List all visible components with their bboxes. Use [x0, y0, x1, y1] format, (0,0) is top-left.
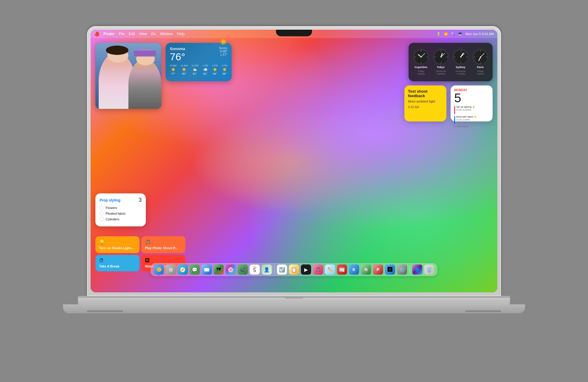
dock-finder[interactable]: 🙂: [154, 264, 164, 275]
dock-keynote[interactable]: K: [349, 264, 359, 275]
notes-title: Test shoot feedback: [408, 89, 443, 98]
dock-pages[interactable]: P: [373, 264, 383, 275]
weather-temp: 76°: [170, 52, 185, 62]
dock-settings[interactable]: ⚙️: [397, 264, 407, 275]
reminder-checkbox-0[interactable]: [100, 206, 104, 210]
search-icon[interactable]: 🔍: [451, 32, 455, 36]
shortcut-play-music[interactable]: 🎵 Play Photo Shoot P...: [141, 236, 185, 253]
finder-menu[interactable]: Finder: [104, 32, 115, 36]
wifi-icon: 📶: [444, 32, 448, 36]
reminders-widget[interactable]: Prop styling 3 Flowers Pleated fabric: [95, 193, 146, 226]
menubar-right: 🔋 📶 🔍 🖥️ Mon Jun 5 9:41 AM: [436, 32, 494, 36]
macbook-base: [78, 296, 510, 304]
macbook-foot-left: [87, 310, 123, 312]
dock-news[interactable]: 📰: [337, 264, 347, 275]
shortcut-label-0: Turn on Studio Light...: [99, 246, 136, 250]
dock: 🙂 ⊞ 🧭 💬 ✉️: [151, 263, 437, 276]
notes-content: More ambient light: [408, 99, 443, 104]
reminder-item-2: Cylinders: [100, 217, 142, 221]
event-color-dot-2: [454, 116, 455, 124]
notes-widget[interactable]: Test shoot feedback More ambient light 8…: [404, 85, 446, 121]
notes-time: 8:30 AM: [408, 106, 443, 109]
svg-point-15: [440, 56, 442, 58]
shortcut-label-2: Take A Break: [99, 264, 136, 268]
control-center-icon[interactable]: 🖥️: [458, 32, 462, 36]
reminder-label-2: Cylinders: [106, 217, 119, 221]
reminder-item-0: Flowers: [100, 206, 142, 210]
help-menu[interactable]: Help: [177, 32, 184, 36]
screen-bezel: 🍎 Finder File Edit View Go Window Help 🔋…: [91, 30, 497, 292]
edit-menu[interactable]: Edit: [129, 32, 135, 36]
shortcut-take-break[interactable]: ⏱ Take A Break: [95, 255, 140, 271]
macbook-foot-right: [465, 310, 501, 312]
reminders-header: Prop styling 3: [100, 197, 142, 203]
svg-point-7: [421, 56, 422, 58]
apple-menu[interactable]: 🍎: [94, 31, 99, 36]
file-menu[interactable]: File: [119, 32, 124, 36]
dock-maps[interactable]: 🗺: [214, 264, 224, 275]
weather-widget[interactable]: Sonoma 76° ☀️ Sunny H:88° L:57° 10: [166, 43, 232, 81]
calendar-date: 5: [454, 92, 489, 104]
clock-cupertino: Cupertino Today +0HRS: [412, 49, 430, 75]
reminder-label-1: Pleated fabric: [106, 212, 126, 215]
dock-appstore[interactable]: 🅰: [385, 264, 395, 275]
dock-contacts[interactable]: 👤: [262, 264, 272, 275]
screen: 🍎 Finder File Edit View Go Window Help 🔋…: [91, 30, 497, 292]
event-color-dot: [454, 106, 455, 114]
dock-trash[interactable]: 🗑️: [424, 264, 434, 275]
weather-hourly: 10 AM ☀️ 77° 11 AM ☀️ 80° 12 PM: [170, 64, 227, 75]
timer-icon: ⏱: [99, 258, 136, 263]
view-menu[interactable]: View: [139, 32, 147, 36]
macbook-laptop: 🍎 Finder File Edit View Go Window Help 🔋…: [60, 26, 528, 356]
dock-facetime[interactable]: 📹: [238, 264, 248, 275]
dock-dot: [158, 275, 159, 276]
svg-point-31: [480, 56, 481, 58]
svg-text:🙂: 🙂: [157, 267, 162, 272]
photos-widget[interactable]: [95, 43, 161, 109]
macbook-lid: 🍎 Finder File Edit View Go Window Help 🔋…: [87, 26, 501, 296]
dock-siri[interactable]: 🔵: [412, 264, 422, 275]
battery-icon: 🔋: [436, 32, 441, 36]
calendar-event-2: Meet with talent 🌟12:30–1:00PM: [454, 115, 489, 124]
dock-photos[interactable]: 🌸: [226, 264, 236, 275]
dock-messages[interactable]: 💬: [190, 264, 200, 275]
dock-freeform[interactable]: ✏️: [325, 264, 335, 275]
calendar-more-events: 1 more event: [454, 125, 489, 128]
music-icon: 🎵: [145, 239, 182, 245]
world-clocks-widget[interactable]: Cupertino Today +0HRS: [409, 43, 493, 81]
dock-mail[interactable]: ✉️: [202, 264, 212, 275]
weather-location: Sonoma: [170, 46, 185, 51]
window-menu[interactable]: Window: [160, 32, 173, 36]
camera-notch: [276, 30, 312, 36]
dock-reminders[interactable]: ☑️: [277, 264, 287, 275]
menubar-left: 🍎 Finder File Edit View Go Window Help: [94, 31, 184, 36]
reminder-label-0: Flowers: [106, 206, 117, 210]
reminder-checkbox-1[interactable]: [100, 211, 104, 216]
dock-appletv[interactable]: ▶: [301, 264, 311, 275]
dock-music[interactable]: 🎵: [313, 264, 323, 275]
clock-sydney: Sydney Tomorrow +17HRS: [452, 49, 469, 75]
macbook-feet: [63, 310, 525, 312]
dock-numbers[interactable]: N: [361, 264, 371, 275]
dock-calendar[interactable]: JUN 5: [250, 264, 260, 275]
dock-divider-1: [274, 266, 274, 273]
macbook-bottom: [63, 304, 525, 313]
bulb-icon: 💡: [99, 239, 136, 245]
shortcut-label-1: Play Photo Shoot P...: [145, 246, 182, 250]
reminder-checkbox-2[interactable]: [100, 217, 104, 221]
svg-point-23: [460, 56, 461, 58]
image-icon: 🖼: [145, 258, 182, 263]
clock-paris: Paris Today +9HRS: [472, 49, 489, 75]
desktop: Sonoma 76° ☀️ Sunny H:88° L:57° 10: [91, 40, 497, 277]
reminder-item-1: Pleated fabric: [100, 211, 142, 216]
go-menu[interactable]: Go: [151, 32, 156, 36]
dock-launchpad[interactable]: ⊞: [166, 264, 176, 275]
dock-divider-2: [410, 266, 410, 273]
dock-safari[interactable]: 🧭: [178, 264, 188, 275]
dock-notes[interactable]: 📋: [289, 264, 299, 275]
reminders-title: Prop styling: [100, 198, 120, 202]
photo-image: [95, 43, 161, 109]
shortcut-studio-light[interactable]: 💡 Turn on Studio Light...: [95, 236, 140, 253]
weather-condition: ☀️ Sunny H:88° L:57°: [219, 38, 227, 56]
calendar-widget[interactable]: MONDAY 5 Set up lighting 💡12:00–12:30PM …: [451, 85, 493, 121]
